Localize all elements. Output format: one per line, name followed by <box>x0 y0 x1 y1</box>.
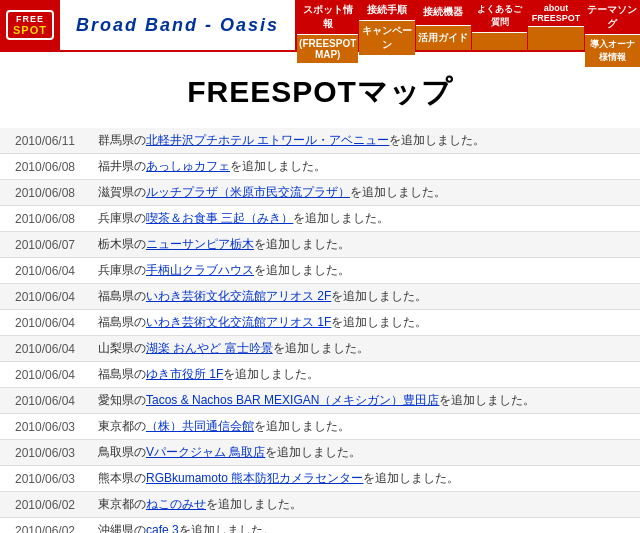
nav-faq-empty <box>472 33 527 50</box>
nav-connect-top[interactable]: 接続手順 <box>359 0 414 21</box>
row-link[interactable]: 手柄山クラブハウス <box>146 263 254 277</box>
row-link[interactable]: ゆき市役所 1F <box>146 367 223 381</box>
row-link[interactable]: 喫茶＆お食事 三起（みき） <box>146 211 293 225</box>
row-link[interactable]: 北軽井沢プチホテル エトワール・アベニュー <box>146 133 389 147</box>
nav-theme-bottom[interactable]: 導入オーナ様情報 <box>585 35 640 67</box>
row-link[interactable]: ルッチプラザ（米原市民交流プラザ） <box>146 185 350 199</box>
row-date: 2010/06/08 <box>0 180 90 206</box>
nav-spot[interactable]: スポット情報 (FREESPOT MAP) <box>297 0 359 50</box>
nav-device-bottom[interactable]: 活用ガイド <box>416 26 471 51</box>
row-content: 群馬県の北軽井沢プチホテル エトワール・アベニューを追加しました。 <box>90 128 640 154</box>
brand-name-text: Broad Band - Oasis <box>76 15 279 36</box>
table-row: 2010/06/11群馬県の北軽井沢プチホテル エトワール・アベニューを追加しま… <box>0 128 640 154</box>
row-link[interactable]: ニューサンピア栃木 <box>146 237 254 251</box>
logo-free-text: FREE <box>16 14 44 24</box>
row-content: 栃木県のニューサンピア栃木を追加しました。 <box>90 232 640 258</box>
table-row: 2010/06/04兵庫県の手柄山クラブハウスを追加しました。 <box>0 258 640 284</box>
row-date: 2010/06/02 <box>0 492 90 518</box>
row-date: 2010/06/04 <box>0 336 90 362</box>
row-link[interactable]: いわき芸術文化交流館アリオス 1F <box>146 315 331 329</box>
table-row: 2010/06/03東京都の（株）共同通信会館を追加しました。 <box>0 414 640 440</box>
nav-device-top[interactable]: 接続機器 <box>416 0 471 26</box>
nav-spot-top[interactable]: スポット情報 <box>297 0 358 35</box>
table-row: 2010/06/04福島県のいわき芸術文化交流館アリオス 2Fを追加しました。 <box>0 284 640 310</box>
row-content: 福井県のあっしゅカフェを追加しました。 <box>90 154 640 180</box>
row-content: 愛知県のTacos & Nachos BAR MEXIGAN（メキシガン）豊田店… <box>90 388 640 414</box>
nav-connect[interactable]: 接続手順 キャンペーン <box>359 0 415 50</box>
nav-faq-text[interactable]: よくあるご質問 <box>472 0 527 33</box>
nav-about[interactable]: about FREESPOT <box>528 0 584 50</box>
row-content: 熊本県のRGBkumamoto 熊本防犯カメラセンターを追加しました。 <box>90 466 640 492</box>
row-date: 2010/06/08 <box>0 154 90 180</box>
logo-area: FREE SPOT <box>0 0 60 50</box>
row-content: 東京都の（株）共同通信会館を追加しました。 <box>90 414 640 440</box>
table-row: 2010/06/04愛知県のTacos & Nachos BAR MEXIGAN… <box>0 388 640 414</box>
row-content: 福島県のゆき市役所 1Fを追加しました。 <box>90 362 640 388</box>
row-date: 2010/06/04 <box>0 310 90 336</box>
updates-table: 2010/06/11群馬県の北軽井沢プチホテル エトワール・アベニューを追加しま… <box>0 128 640 533</box>
table-row: 2010/06/04福島県のいわき芸術文化交流館アリオス 1Fを追加しました。 <box>0 310 640 336</box>
row-link[interactable]: Vパークジャム 鳥取店 <box>146 445 265 459</box>
row-content: 兵庫県の喫茶＆お食事 三起（みき）を追加しました。 <box>90 206 640 232</box>
table-row: 2010/06/03熊本県のRGBkumamoto 熊本防犯カメラセンターを追加… <box>0 466 640 492</box>
row-content: 東京都のねこのみせを追加しました。 <box>90 492 640 518</box>
brand-name: Broad Band - Oasis <box>60 0 297 50</box>
row-date: 2010/06/11 <box>0 128 90 154</box>
row-content: 鳥取県のVパークジャム 鳥取店を追加しました。 <box>90 440 640 466</box>
row-date: 2010/06/04 <box>0 362 90 388</box>
nav-connect-bottom[interactable]: キャンペーン <box>359 21 414 55</box>
row-date: 2010/06/02 <box>0 518 90 534</box>
row-content: 福島県のいわき芸術文化交流館アリオス 1Fを追加しました。 <box>90 310 640 336</box>
table-row: 2010/06/08福井県のあっしゅカフェを追加しました。 <box>0 154 640 180</box>
row-date: 2010/06/04 <box>0 284 90 310</box>
row-date: 2010/06/04 <box>0 388 90 414</box>
header: FREE SPOT Broad Band - Oasis スポット情報 (FRE… <box>0 0 640 52</box>
table-row: 2010/06/08滋賀県のルッチプラザ（米原市民交流プラザ）を追加しました。 <box>0 180 640 206</box>
table-row: 2010/06/03鳥取県のVパークジャム 鳥取店を追加しました。 <box>0 440 640 466</box>
page-title: FREESPOTマップ <box>0 72 640 113</box>
row-link[interactable]: Tacos & Nachos BAR MEXIGAN（メキシガン）豊田店 <box>146 393 439 407</box>
row-link[interactable]: （株）共同通信会館 <box>146 419 254 433</box>
nav-spot-bottom[interactable]: (FREESPOT MAP) <box>297 35 358 63</box>
row-link[interactable]: 湖楽 おんやど 富士吟景 <box>146 341 273 355</box>
table-row: 2010/06/02沖縄県のcafe 3を追加しました。 <box>0 518 640 534</box>
row-date: 2010/06/04 <box>0 258 90 284</box>
table-row: 2010/06/04山梨県の湖楽 おんやど 富士吟景を追加しました。 <box>0 336 640 362</box>
table-row: 2010/06/04福島県のゆき市役所 1Fを追加しました。 <box>0 362 640 388</box>
nav-about-text[interactable]: about FREESPOT <box>528 0 583 27</box>
nav-device[interactable]: 接続機器 活用ガイド <box>416 0 472 50</box>
logo-spot-text: SPOT <box>13 24 47 36</box>
logo-box: FREE SPOT <box>6 10 54 40</box>
nav-theme-top[interactable]: テーマソング <box>585 0 640 35</box>
row-date: 2010/06/03 <box>0 466 90 492</box>
row-link[interactable]: あっしゅカフェ <box>146 159 230 173</box>
row-date: 2010/06/07 <box>0 232 90 258</box>
row-content: 山梨県の湖楽 おんやど 富士吟景を追加しました。 <box>90 336 640 362</box>
table-row: 2010/06/07栃木県のニューサンピア栃木を追加しました。 <box>0 232 640 258</box>
row-content: 兵庫県の手柄山クラブハウスを追加しました。 <box>90 258 640 284</box>
nav-area: スポット情報 (FREESPOT MAP) 接続手順 キャンペーン 接続機器 活… <box>297 0 640 50</box>
row-date: 2010/06/08 <box>0 206 90 232</box>
table-row: 2010/06/02東京都のねこのみせを追加しました。 <box>0 492 640 518</box>
nav-about-empty <box>528 27 583 50</box>
table-body: 2010/06/11群馬県の北軽井沢プチホテル エトワール・アベニューを追加しま… <box>0 128 640 533</box>
row-link[interactable]: ねこのみせ <box>146 497 206 511</box>
row-link[interactable]: RGBkumamoto 熊本防犯カメラセンター <box>146 471 363 485</box>
row-content: 福島県のいわき芸術文化交流館アリオス 2Fを追加しました。 <box>90 284 640 310</box>
row-link[interactable]: いわき芸術文化交流館アリオス 2F <box>146 289 331 303</box>
nav-faq[interactable]: よくあるご質問 <box>472 0 528 50</box>
row-link[interactable]: cafe 3 <box>146 523 179 533</box>
nav-theme[interactable]: テーマソング 導入オーナ様情報 <box>585 0 640 50</box>
row-date: 2010/06/03 <box>0 414 90 440</box>
row-content: 沖縄県のcafe 3を追加しました。 <box>90 518 640 534</box>
row-date: 2010/06/03 <box>0 440 90 466</box>
row-content: 滋賀県のルッチプラザ（米原市民交流プラザ）を追加しました。 <box>90 180 640 206</box>
page-title-area: FREESPOTマップ <box>0 52 640 128</box>
table-row: 2010/06/08兵庫県の喫茶＆お食事 三起（みき）を追加しました。 <box>0 206 640 232</box>
